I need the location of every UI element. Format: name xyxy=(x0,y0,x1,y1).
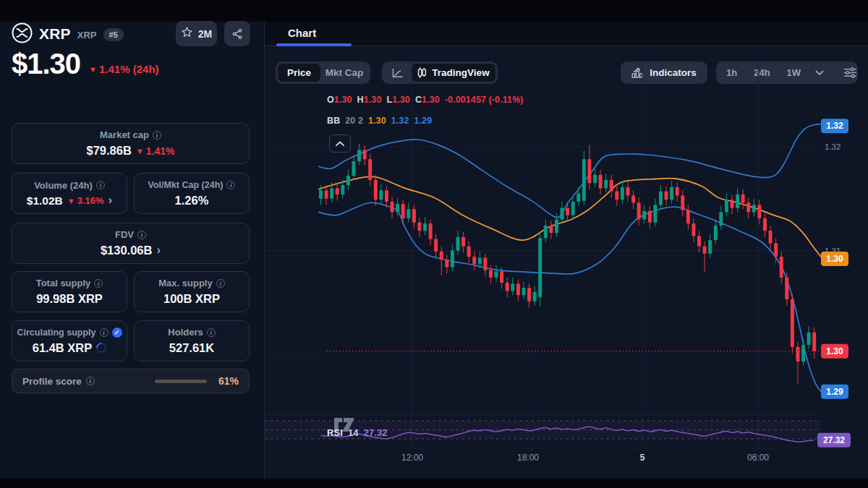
down-arrow-icon: ▼ xyxy=(67,197,75,205)
chart-grid xyxy=(265,53,821,448)
svg-text:1.32: 1.32 xyxy=(825,142,841,151)
watchlist-button[interactable]: 2M xyxy=(176,21,217,46)
coin-ticker: XRP xyxy=(77,30,97,40)
loading-spinner-icon xyxy=(94,341,109,355)
down-arrow-icon: ▼ xyxy=(136,147,144,155)
fdv-card: FDVi $130.06B › xyxy=(12,223,250,264)
active-tab-indicator xyxy=(276,43,352,46)
svg-text:18:00: 18:00 xyxy=(517,453,539,463)
profile-score-card: Profile scorei 61% xyxy=(12,369,250,393)
info-icon[interactable]: i xyxy=(226,181,235,189)
price-section: $1.30 ▼ 1.41% (24h) xyxy=(12,49,159,78)
candles xyxy=(319,144,816,385)
coin-price: $1.30 xyxy=(12,49,80,78)
price-chart[interactable]: 1.321.311.3012:0018:00506:001.321.301.30… xyxy=(265,46,868,479)
info-icon[interactable]: i xyxy=(94,279,103,288)
volume-card: Volume (24h)i $1.02B ▼3.16% › xyxy=(12,173,127,214)
svg-text:1.32: 1.32 xyxy=(826,121,843,131)
info-icon[interactable]: i xyxy=(216,279,225,288)
bb-lower-line xyxy=(318,202,821,391)
svg-text:1.30: 1.30 xyxy=(826,346,843,356)
profile-score-value: 61% xyxy=(218,375,239,387)
verified-check-icon: ✓ xyxy=(112,328,122,338)
svg-text:5: 5 xyxy=(640,453,645,463)
info-icon[interactable]: i xyxy=(153,131,161,140)
watchlist-count: 2M xyxy=(198,28,212,40)
bb-basis-line xyxy=(318,176,822,257)
circulating-supply-value: 61.4B XRP xyxy=(33,341,93,355)
profile-score-bar xyxy=(155,380,207,383)
vol-mktcap-value: 1.26% xyxy=(175,194,209,207)
market-cap-value: $79.86B xyxy=(87,144,132,158)
price-badges: 1.321.301.301.2927.32 xyxy=(817,119,851,447)
tab-chart[interactable]: Chart xyxy=(288,27,316,39)
total-supply-card: Total supplyi 99.98B XRP xyxy=(12,271,127,312)
info-icon[interactable]: i xyxy=(96,181,105,189)
star-icon xyxy=(181,26,193,40)
max-supply-card: Max. supplyi 100B XRP xyxy=(134,271,250,312)
svg-text:27.32: 27.32 xyxy=(823,435,845,445)
xrp-logo-icon xyxy=(12,22,33,46)
coin-page: XRP XRP #5 2M $1.30 ▼ 1.41% (24h) Market… xyxy=(0,0,868,488)
rsi-legend: RSI 14 27.32 xyxy=(327,427,388,438)
volume-value: $1.02B xyxy=(27,194,63,207)
price-change-24h: ▼ 1.41% (24h) xyxy=(89,63,158,78)
info-icon[interactable]: i xyxy=(137,231,146,239)
time-axis: 12:0018:00506:00 xyxy=(401,453,769,463)
svg-text:1.30: 1.30 xyxy=(826,254,843,264)
circulating-supply-card: Circulating supplyi✓ 61.4B XRP xyxy=(12,320,127,361)
fdv-value: $130.06B xyxy=(101,244,153,257)
share-icon xyxy=(231,28,243,40)
coin-rank-badge: #5 xyxy=(103,28,124,41)
svg-text:06:00: 06:00 xyxy=(747,453,769,463)
max-supply-value: 100B XRP xyxy=(163,292,220,306)
holders-value: 527.61K xyxy=(169,341,214,355)
tab-bar xyxy=(265,22,868,46)
info-icon[interactable]: i xyxy=(100,328,109,337)
coin-name: XRP xyxy=(39,25,71,43)
holders-card: Holdersi 527.61K xyxy=(134,320,250,361)
share-button[interactable] xyxy=(224,21,250,46)
info-icon[interactable]: i xyxy=(207,328,216,337)
info-icon[interactable]: i xyxy=(86,377,95,385)
price-axis: 1.321.311.30 xyxy=(825,142,841,359)
total-supply-value: 99.98B XRP xyxy=(36,292,103,306)
svg-text:12:00: 12:00 xyxy=(401,453,423,463)
svg-text:1.29: 1.29 xyxy=(826,387,843,397)
market-cap-card: Market capi $79.86B ▼1.41% xyxy=(12,123,250,164)
vol-mktcap-card: Vol/Mkt Cap (24h)i 1.26% xyxy=(134,173,250,214)
coin-header: XRP XRP #5 xyxy=(12,23,124,45)
down-arrow-icon: ▼ xyxy=(89,65,97,74)
